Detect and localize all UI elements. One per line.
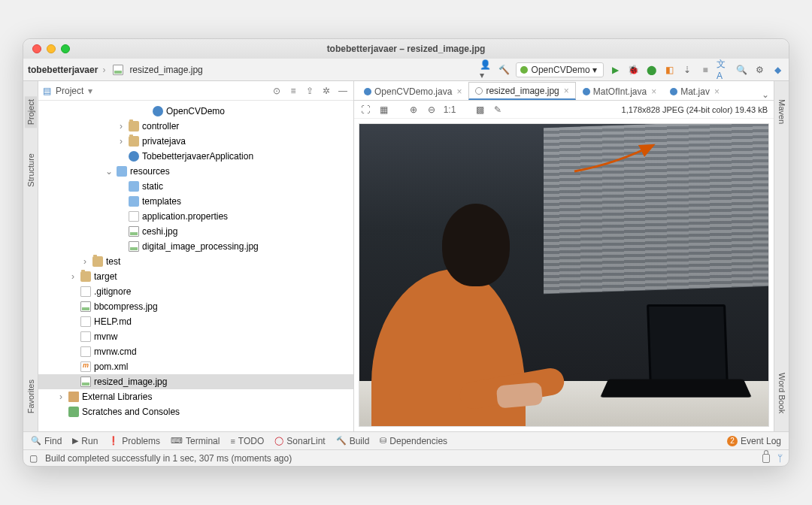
user-icon[interactable]: 👤▾ xyxy=(480,63,493,77)
status-bar: ▢ Build completed successfully in 1 sec,… xyxy=(23,449,789,466)
editor-tab-matofint-java[interactable]: MatOfInt.java× xyxy=(576,82,663,100)
project-tree[interactable]: OpenCVDemo›controller›privatejavaTobebet… xyxy=(38,101,353,431)
tree-node-tobebetterjavaerapplication[interactable]: TobebetterjavaerApplication xyxy=(38,149,353,164)
class-icon xyxy=(153,106,163,116)
collapse-all-icon[interactable]: ⇪ xyxy=(304,85,316,97)
tree-node--gitignore[interactable]: .gitignore xyxy=(38,284,353,299)
breadcrumb[interactable]: tobebetterjavaer resized_image.jpg xyxy=(28,65,203,75)
tree-node-opencvdemo[interactable]: OpenCVDemo xyxy=(38,104,353,119)
dependencies-tool[interactable]: ⛁ Dependencies xyxy=(380,436,447,446)
tree-node-privatejava[interactable]: ›privatejava xyxy=(38,134,353,149)
tree-label: application.properties xyxy=(142,211,228,222)
editor-tab-opencvdemo-java[interactable]: OpenCVDemo.java× xyxy=(357,82,468,100)
grid-icon[interactable]: ▦ xyxy=(378,104,389,115)
build-tool[interactable]: 🔨 Build xyxy=(336,436,370,446)
breadcrumb-file[interactable]: resized_image.jpg xyxy=(129,65,202,75)
tree-node-target[interactable]: ›target xyxy=(38,269,353,284)
select-opened-file-icon[interactable]: ⊙ xyxy=(271,85,283,97)
editor-tab-resized_image-jpg[interactable]: resized_image.jpg× xyxy=(468,82,575,100)
breadcrumb-root[interactable]: tobebetterjavaer xyxy=(28,65,98,75)
tree-node-static[interactable]: static xyxy=(38,179,353,194)
tree-node-external-libraries[interactable]: ›External Libraries xyxy=(38,389,353,404)
git-branch-icon[interactable]: ᛘ xyxy=(777,453,783,464)
toggle-tool-windows-icon[interactable]: ▢ xyxy=(29,453,38,464)
editor-area: OpenCVDemo.java×resized_image.jpg×MatOfI… xyxy=(354,81,774,431)
coverage-icon[interactable]: ⬤ xyxy=(644,63,658,77)
lock-icon[interactable] xyxy=(762,454,770,463)
hide-panel-icon[interactable]: — xyxy=(337,85,349,97)
lib-icon xyxy=(68,392,79,402)
close-tab-icon[interactable]: × xyxy=(456,86,462,97)
zoom-window-button[interactable] xyxy=(61,44,70,53)
avatar-icon[interactable]: ◆ xyxy=(771,63,784,77)
editor-tab-mat-jav[interactable]: Mat.jav× xyxy=(663,82,726,100)
tree-twisty-icon[interactable]: › xyxy=(117,121,126,132)
close-tab-icon[interactable]: × xyxy=(714,86,720,97)
tree-node-bbcompress-jpg[interactable]: bbcompress.jpg xyxy=(38,299,353,314)
image-viewport[interactable] xyxy=(354,119,774,431)
fit-zoom-icon[interactable]: ⛶ xyxy=(360,104,371,115)
sonarlint-tool[interactable]: ◯ SonarLint xyxy=(274,436,325,446)
panel-gear-icon[interactable]: ✲ xyxy=(320,85,332,97)
run-tool[interactable]: ▶ Run xyxy=(72,436,98,446)
tree-node-digital_image_processing-jpg[interactable]: digital_image_processing.jpg xyxy=(38,239,353,254)
translate-icon[interactable]: 文A xyxy=(717,63,730,77)
wordbook-tool-tab[interactable]: Word Book xyxy=(776,370,788,416)
tree-twisty-icon[interactable]: ⌄ xyxy=(105,166,114,177)
tree-node-templates[interactable]: templates xyxy=(38,194,353,209)
event-log-tool[interactable]: 2 Event Log xyxy=(727,436,781,446)
close-tab-icon[interactable]: × xyxy=(564,86,569,96)
tree-twisty-icon[interactable]: › xyxy=(117,136,126,147)
project-panel-title[interactable]: Project xyxy=(56,86,83,96)
maven-tool-tab[interactable]: Maven xyxy=(776,96,788,127)
tree-node-resources[interactable]: ⌄resources xyxy=(38,164,353,179)
hammer-build-icon[interactable]: 🔨 xyxy=(498,63,511,77)
tree-node-controller[interactable]: ›controller xyxy=(38,119,353,134)
debug-icon[interactable]: 🐞 xyxy=(626,63,640,77)
color-picker-icon[interactable]: ✎ xyxy=(492,104,503,115)
run-configuration-selector[interactable]: OpenCVDemo ▾ xyxy=(516,62,604,77)
project-tool-tab[interactable]: Project xyxy=(25,96,37,128)
actual-size-icon[interactable]: 1:1 xyxy=(444,104,455,115)
tree-node-mvnw[interactable]: mvnw xyxy=(38,329,353,344)
close-window-button[interactable] xyxy=(32,44,41,53)
left-tool-strip: Project Structure Favorites xyxy=(23,81,38,431)
zoom-out-icon[interactable]: ⊖ xyxy=(426,104,437,115)
profile-icon[interactable]: ◧ xyxy=(662,63,676,77)
tree-node-pom-xml[interactable]: pom.xml xyxy=(38,359,353,374)
stop-icon[interactable]: ■ xyxy=(698,63,712,77)
attach-icon[interactable]: ⇣ xyxy=(680,63,694,77)
tree-twisty-icon[interactable]: › xyxy=(68,271,77,282)
tree-node-resized_image-jpg[interactable]: resized_image.jpg xyxy=(38,374,353,389)
find-tool[interactable]: 🔍 Find xyxy=(31,436,62,446)
run-icon[interactable]: ▶ xyxy=(608,63,622,77)
zoom-in-icon[interactable]: ⊕ xyxy=(408,104,419,115)
chevron-down-icon[interactable]: ▾ xyxy=(88,86,92,96)
tree-node-mvnw-cmd[interactable]: mvnw.cmd xyxy=(38,344,353,359)
tree-twisty-icon[interactable]: › xyxy=(80,256,89,267)
search-icon[interactable]: 🔍 xyxy=(735,63,748,77)
close-tab-icon[interactable]: × xyxy=(651,86,656,97)
terminal-tool[interactable]: ⌨ Terminal xyxy=(171,436,220,446)
tree-node-help-md[interactable]: HELP.md xyxy=(38,314,353,329)
more-tabs-icon[interactable]: ⌄ xyxy=(757,89,774,100)
problems-tool[interactable]: ❗ Problems xyxy=(108,436,160,446)
background-icon[interactable]: ▩ xyxy=(474,104,485,115)
todo-tool[interactable]: ≡ TODO xyxy=(230,436,264,446)
tree-twisty-icon[interactable]: › xyxy=(56,392,65,402)
minimize-window-button[interactable] xyxy=(47,44,56,53)
tree-node-scratches-and-consoles[interactable]: Scratches and Consoles xyxy=(38,404,353,419)
tree-node-test[interactable]: ›test xyxy=(38,254,353,269)
tree-label: HELP.md xyxy=(94,316,132,327)
folder-icon xyxy=(92,256,103,267)
window-title: tobebetterjavaer – resized_image.jpg xyxy=(23,44,789,54)
favorites-tool-tab[interactable]: Favorites xyxy=(25,376,37,416)
tree-node-application-properties[interactable]: application.properties xyxy=(38,209,353,224)
structure-tool-tab[interactable]: Structure xyxy=(25,150,37,190)
img-icon xyxy=(80,376,91,387)
settings-gear-icon[interactable]: ⚙ xyxy=(753,63,766,77)
tree-node-ceshi-jpg[interactable]: ceshi.jpg xyxy=(38,224,353,239)
xml-icon xyxy=(80,361,91,372)
expand-all-icon[interactable]: ≡ xyxy=(287,85,299,97)
folder-res-icon xyxy=(129,196,139,207)
